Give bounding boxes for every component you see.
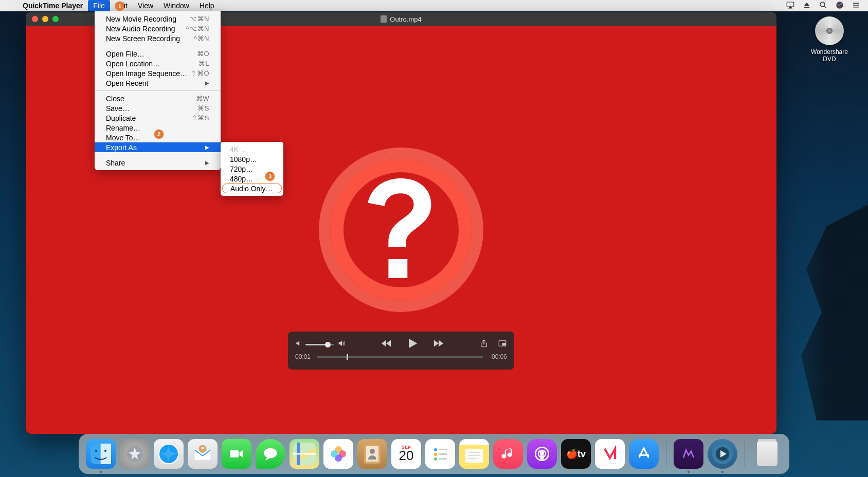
spotlight-icon[interactable] [819, 1, 828, 11]
svg-rect-16 [230, 450, 239, 457]
dock-reminders[interactable] [425, 439, 455, 469]
menuitem-new-screen-recording[interactable]: New Screen Recording^⌘N [95, 33, 221, 43]
menu-separator [95, 46, 221, 46]
svg-rect-3 [388, 259, 407, 278]
svg-point-10 [104, 450, 106, 452]
dock-music[interactable] [493, 439, 523, 469]
pip-icon[interactable] [498, 339, 507, 350]
dvd-disc-icon [815, 16, 844, 45]
submenu-4k: 4K… [221, 144, 283, 154]
volume-slider[interactable] [305, 344, 334, 345]
menuitem-open-image-sequence[interactable]: Open Image Sequence…⇧⌘O [95, 68, 221, 78]
submenu-720p[interactable]: 720p… [221, 164, 283, 174]
annotation-badge-1: 1 [115, 2, 124, 11]
menu-window[interactable]: Window [158, 0, 194, 11]
svg-rect-8 [101, 444, 111, 464]
menuitem-open-recent[interactable]: Open Recent▶ [95, 78, 221, 88]
dock-app-purple[interactable] [674, 439, 703, 469]
control-center-icon[interactable] [852, 1, 861, 11]
fast-forward-button[interactable] [433, 338, 444, 351]
dock-tv[interactable]: 🍎tv [561, 439, 591, 469]
svg-point-17 [264, 448, 277, 458]
menu-separator [95, 155, 221, 155]
chevron-right-icon: ▶ [205, 80, 209, 86]
svg-rect-6 [502, 343, 505, 345]
menuitem-open-file[interactable]: Open File…⌘O [95, 49, 221, 59]
volume-max-icon[interactable] [337, 339, 346, 350]
svg-point-40 [540, 452, 544, 455]
siri-icon[interactable] [835, 1, 844, 11]
eject-icon[interactable] [802, 1, 811, 11]
app-name[interactable]: QuickTime Player [17, 2, 88, 10]
dock-quicktime[interactable] [708, 439, 737, 469]
dock-calendar[interactable]: SEP20 [391, 439, 421, 469]
export-as-submenu: 4K… 1080p… 720p… 480p… Audio Only… [221, 142, 283, 196]
timeline-slider[interactable] [317, 356, 483, 358]
document-icon [381, 15, 387, 23]
submenu-audio-only[interactable]: Audio Only… [222, 184, 282, 193]
dock-safari[interactable] [154, 439, 184, 469]
menu-view[interactable]: View [133, 0, 158, 11]
question-mark-icon [319, 148, 483, 312]
dock-messages[interactable] [256, 439, 285, 469]
desktop-icon-label: Wondershare DVD [806, 48, 853, 63]
svg-point-1 [820, 2, 825, 7]
menuitem-open-location[interactable]: Open Location…⌘L [95, 59, 221, 68]
dock-finder[interactable] [86, 439, 116, 469]
menuitem-close[interactable]: Close⌘W [95, 94, 221, 103]
wallpaper-rock [765, 205, 868, 420]
menuitem-new-audio-recording[interactable]: New Audio Recording^⌥⌘N [95, 24, 221, 33]
menu-file[interactable]: File [88, 0, 110, 11]
rewind-button[interactable] [381, 338, 392, 351]
remaining-time: -00:06 [490, 353, 507, 360]
desktop-icon-wondershare[interactable]: Wondershare DVD [806, 16, 853, 63]
menuitem-share[interactable]: Share▶ [95, 158, 221, 168]
dock-facetime[interactable] [222, 439, 251, 469]
playback-controls: 00:01 -00:06 [288, 332, 514, 370]
dock-separator [745, 441, 745, 467]
svg-rect-37 [468, 458, 476, 459]
airplay-icon[interactable] [786, 1, 795, 11]
svg-rect-28 [439, 449, 447, 450]
dock-contacts[interactable] [357, 439, 387, 469]
play-button[interactable] [405, 336, 420, 353]
svg-point-25 [370, 449, 375, 454]
dock-podcasts[interactable] [527, 439, 557, 469]
calendar-day: 20 [399, 448, 414, 464]
dock-photos[interactable] [323, 439, 353, 469]
svg-point-31 [434, 457, 437, 461]
dock-notes[interactable] [459, 439, 489, 469]
submenu-1080p[interactable]: 1080p… [221, 154, 283, 164]
menuitem-duplicate[interactable]: Duplicate⇧⌘S [95, 113, 221, 123]
svg-point-22 [331, 450, 338, 457]
annotation-badge-2: 2 [154, 130, 164, 139]
dock-launchpad[interactable] [120, 439, 150, 469]
trash-icon [757, 442, 777, 466]
svg-rect-35 [468, 452, 480, 453]
dock-maps[interactable] [290, 439, 319, 469]
menu-separator [95, 90, 221, 91]
dock-appstore[interactable] [629, 439, 659, 469]
svg-point-9 [95, 450, 97, 452]
volume-mute-icon[interactable] [295, 340, 302, 349]
svg-rect-33 [465, 445, 483, 449]
dock-trash[interactable] [752, 439, 782, 469]
menuitem-save[interactable]: Save…⌘S [95, 103, 221, 113]
svg-point-27 [434, 448, 437, 451]
dock-news[interactable] [595, 439, 625, 469]
macos-menubar: QuickTime Player File Edit View Window H… [0, 0, 868, 11]
share-icon[interactable] [479, 339, 489, 350]
elapsed-time: 00:01 [295, 353, 311, 360]
dock-mail[interactable] [188, 439, 218, 469]
file-menu-dropdown: New Movie Recording⌥⌘N New Audio Recordi… [95, 11, 221, 170]
menuitem-export-as[interactable]: Export As▶ [95, 142, 221, 152]
chevron-right-icon: ▶ [205, 144, 209, 150]
video-frame-graphic [319, 148, 483, 312]
svg-rect-32 [439, 458, 447, 460]
svg-rect-36 [468, 455, 480, 456]
menu-help[interactable]: Help [194, 0, 220, 11]
svg-point-29 [434, 453, 437, 456]
menuitem-new-movie-recording[interactable]: New Movie Recording⌥⌘N [95, 14, 221, 24]
dock-separator [666, 441, 666, 467]
macos-dock: SEP20 🍎tv [79, 434, 789, 474]
